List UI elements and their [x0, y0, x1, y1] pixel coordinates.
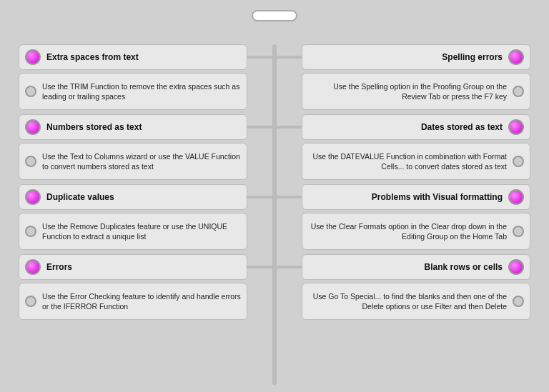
- left-desc-text-1: Use the Text to Columns wizard or use th…: [42, 151, 241, 171]
- right-desc-bullet-2: [513, 226, 524, 237]
- right-desc-text-2: Use the Clear Formats option in the Clea…: [308, 221, 507, 241]
- right-header-bullet-1: [508, 119, 524, 135]
- right-header-bullet-2: [508, 189, 524, 205]
- left-group-1: Numbers stored as textUse the Text to Co…: [19, 114, 247, 180]
- right-desc-card-1: Use the DATEVALUE Function in combinatio…: [302, 143, 530, 180]
- right-desc-card-0: Use the Spelling option in the Proofing …: [302, 73, 530, 110]
- right-desc-text-0: Use the Spelling option in the Proofing …: [308, 81, 507, 101]
- right-group-1: Dates stored as textUse the DATEVALUE Fu…: [302, 114, 530, 180]
- right-desc-bullet-0: [513, 86, 524, 97]
- left-group-3: ErrorsUse the Error Checking feature to …: [19, 254, 247, 320]
- page-container: Extra spaces from textUse the TRIM Funct…: [0, 0, 549, 392]
- left-desc-bullet-0: [25, 86, 36, 97]
- left-desc-bullet-2: [25, 226, 36, 237]
- left-desc-text-0: Use the TRIM Function to remove the extr…: [42, 81, 241, 101]
- right-header-card-1: Dates stored as text: [302, 114, 530, 140]
- right-header-card-3: Blank rows or cells: [302, 254, 530, 280]
- left-header-card-2: Duplicate values: [19, 184, 247, 210]
- right-group-2: Problems with Visual formattingUse the C…: [302, 184, 530, 250]
- left-header-card-1: Numbers stored as text: [19, 114, 247, 140]
- left-header-bullet-2: [25, 189, 41, 205]
- left-desc-card-1: Use the Text to Columns wizard or use th…: [19, 143, 247, 180]
- left-header-bullet-1: [25, 119, 41, 135]
- left-header-text-3: Errors: [46, 262, 72, 272]
- right-desc-text-3: Use Go To Special... to find the blanks …: [308, 291, 507, 311]
- right-header-bullet-3: [508, 259, 524, 275]
- right-header-text-0: Spelling errors: [442, 52, 503, 62]
- right-group-0: Spelling errorsUse the Spelling option i…: [302, 44, 530, 110]
- left-desc-text-2: Use the Remove Duplicates feature or use…: [42, 221, 241, 241]
- left-header-card-3: Errors: [19, 254, 247, 280]
- right-header-bullet-0: [508, 49, 524, 65]
- left-group-0: Extra spaces from textUse the TRIM Funct…: [19, 44, 247, 110]
- right-desc-bullet-1: [513, 156, 524, 167]
- right-header-text-1: Dates stored as text: [421, 122, 503, 132]
- left-desc-card-3: Use the Error Checking feature to identi…: [19, 283, 247, 320]
- right-desc-bullet-3: [513, 296, 524, 307]
- left-desc-bullet-3: [25, 296, 36, 307]
- right-header-card-2: Problems with Visual formatting: [302, 184, 530, 210]
- title-box: [252, 10, 297, 21]
- left-desc-text-3: Use the Error Checking feature to identi…: [42, 291, 241, 311]
- right-group-3: Blank rows or cellsUse Go To Special... …: [302, 254, 530, 320]
- left-desc-card-2: Use the Remove Duplicates feature or use…: [19, 213, 247, 250]
- left-header-text-1: Numbers stored as text: [46, 122, 142, 132]
- left-header-bullet-3: [25, 259, 41, 275]
- left-desc-card-0: Use the TRIM Function to remove the extr…: [19, 73, 247, 110]
- left-header-text-0: Extra spaces from text: [46, 52, 139, 62]
- left-group-2: Duplicate valuesUse the Remove Duplicate…: [19, 184, 247, 250]
- left-header-card-0: Extra spaces from text: [19, 44, 247, 70]
- right-desc-card-2: Use the Clear Formats option in the Clea…: [302, 213, 530, 250]
- columns-wrapper: Extra spaces from textUse the TRIM Funct…: [13, 44, 536, 385]
- right-column: Spelling errorsUse the Spelling option i…: [296, 44, 536, 385]
- right-desc-text-1: Use the DATEVALUE Function in combinatio…: [308, 151, 507, 171]
- right-header-card-0: Spelling errors: [302, 44, 530, 70]
- right-header-text-3: Blank rows or cells: [425, 262, 503, 272]
- right-header-text-2: Problems with Visual formatting: [372, 192, 503, 202]
- left-desc-bullet-1: [25, 156, 36, 167]
- left-header-bullet-0: [25, 49, 41, 65]
- left-column: Extra spaces from textUse the TRIM Funct…: [13, 44, 253, 385]
- left-header-text-2: Duplicate values: [46, 192, 114, 202]
- right-desc-card-3: Use Go To Special... to find the blanks …: [302, 283, 530, 320]
